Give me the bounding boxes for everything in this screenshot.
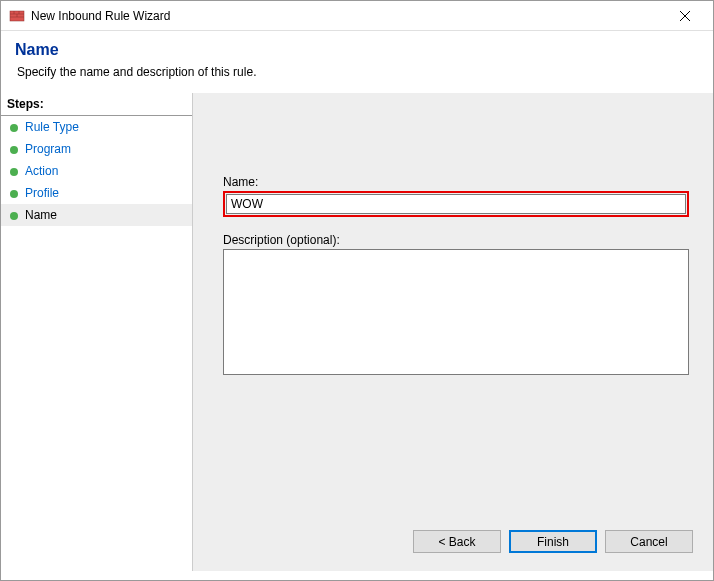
back-button[interactable]: < Back <box>413 530 501 553</box>
wizard-body: Steps: Rule Type Program Action Profile … <box>1 93 713 571</box>
svg-point-9 <box>10 146 18 154</box>
close-icon <box>680 11 690 21</box>
step-name[interactable]: Name <box>1 204 192 226</box>
name-label: Name: <box>223 175 689 189</box>
step-label: Profile <box>25 186 59 200</box>
close-button[interactable] <box>665 2 705 30</box>
firewall-icon <box>9 8 25 24</box>
wizard-window: New Inbound Rule Wizard Name Specify the… <box>0 0 714 581</box>
finish-button[interactable]: Finish <box>509 530 597 553</box>
page-subtitle: Specify the name and description of this… <box>15 65 699 79</box>
button-row: < Back Finish Cancel <box>413 530 693 553</box>
step-bullet-icon <box>9 144 19 154</box>
description-label: Description (optional): <box>223 233 689 247</box>
svg-point-10 <box>10 168 18 176</box>
step-action[interactable]: Action <box>1 160 192 182</box>
step-bullet-icon <box>9 210 19 220</box>
name-input[interactable] <box>226 194 686 214</box>
svg-point-11 <box>10 190 18 198</box>
steps-heading: Steps: <box>1 93 192 116</box>
steps-sidebar: Steps: Rule Type Program Action Profile … <box>1 93 193 571</box>
step-bullet-icon <box>9 188 19 198</box>
main-panel: Name: Description (optional): < Back Fin… <box>193 93 713 571</box>
cancel-button[interactable]: Cancel <box>605 530 693 553</box>
name-input-highlight <box>223 191 689 217</box>
step-program[interactable]: Program <box>1 138 192 160</box>
step-bullet-icon <box>9 122 19 132</box>
page-title: Name <box>15 41 699 59</box>
step-label: Rule Type <box>25 120 79 134</box>
step-label: Name <box>25 208 57 222</box>
step-rule-type[interactable]: Rule Type <box>1 116 192 138</box>
svg-point-12 <box>10 212 18 220</box>
step-label: Action <box>25 164 58 178</box>
step-profile[interactable]: Profile <box>1 182 192 204</box>
step-bullet-icon <box>9 166 19 176</box>
description-textarea[interactable] <box>223 249 689 375</box>
wizard-header: Name Specify the name and description of… <box>1 31 713 93</box>
svg-point-8 <box>10 124 18 132</box>
titlebar: New Inbound Rule Wizard <box>1 1 713 31</box>
step-label: Program <box>25 142 71 156</box>
window-title: New Inbound Rule Wizard <box>31 9 665 23</box>
